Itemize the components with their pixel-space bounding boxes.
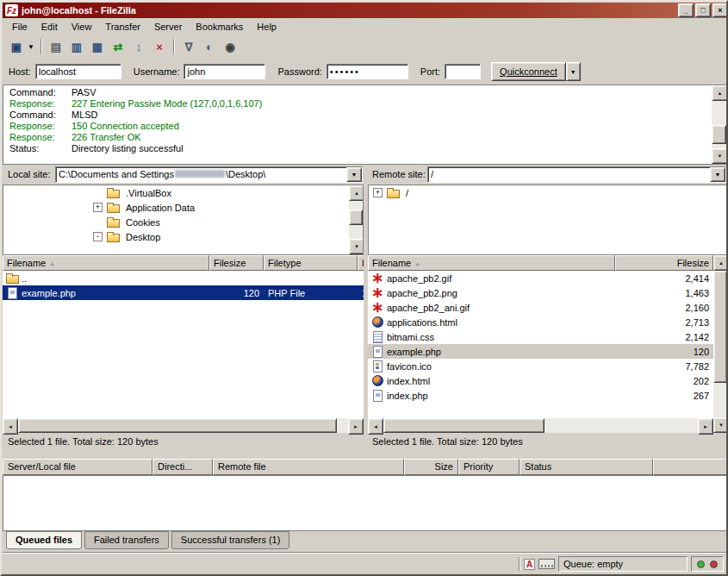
local-hscrollbar[interactable]: ◄ ► [3, 418, 364, 433]
file-row[interactable]: apache_pb2_ani.gif 2,160 [368, 300, 713, 315]
menu-item[interactable]: Bookmarks [189, 20, 250, 34]
username-input[interactable] [184, 64, 265, 79]
scroll-left-icon[interactable]: ◄ [3, 418, 18, 435]
scrollbar-track[interactable] [383, 418, 698, 433]
scrollbar-thumb[interactable] [349, 210, 363, 225]
remote-hscrollbar[interactable]: ◄ ► [368, 418, 713, 433]
dropdown-icon[interactable]: ▼ [346, 167, 362, 182]
ascii-transfer-type-icon[interactable]: A [524, 559, 535, 570]
queue-column-header[interactable]: Status [520, 459, 653, 475]
queue-tab[interactable]: Failed transfers [84, 531, 169, 549]
queue-column-header[interactable]: Remote file [213, 459, 404, 475]
file-row[interactable]: example.php 120 PHP File 1 [3, 285, 364, 300]
column-header[interactable]: L [358, 255, 364, 271]
local-site-combo[interactable]: C:\Documents and Settings\Desktop\ ▼ [55, 166, 363, 183]
scroll-down-icon[interactable]: ▼ [713, 417, 728, 433]
scroll-right-icon[interactable]: ► [698, 418, 713, 435]
find-icon[interactable]: ◉ [221, 38, 240, 55]
scrollbar-track[interactable] [713, 271, 727, 417]
tree-expander-icon[interactable]: + [93, 203, 103, 212]
column-header[interactable]: Filesize [209, 255, 264, 271]
column-header[interactable]: Filetype [264, 255, 358, 271]
dropdown-icon[interactable]: ▼ [710, 167, 725, 182]
keyboard-icon[interactable] [538, 559, 555, 569]
queue-column-header[interactable]: Server/Local file [3, 459, 152, 475]
queue-column-header[interactable]: Priority [458, 459, 520, 475]
file-row[interactable]: apache_pb2.png 1,463 [368, 285, 713, 300]
column-header[interactable]: Filename ▲ [368, 255, 615, 271]
title-bar[interactable]: Fz john@localhost - FileZilla _ □ × [3, 3, 728, 18]
queue-body[interactable] [3, 475, 727, 531]
queue-column-header[interactable]: Directi... [152, 459, 213, 475]
tree-expander-icon[interactable]: + [373, 188, 383, 197]
scroll-right-icon[interactable]: ► [348, 418, 364, 435]
tree-expander-icon[interactable]: - [93, 232, 103, 241]
menu-item[interactable]: View [65, 20, 99, 34]
tree-item[interactable]: + Application Data [3, 200, 363, 215]
file-row[interactable]: index.php 267 [368, 388, 713, 403]
quickconnect-dropdown-icon[interactable]: ▼ [566, 62, 581, 81]
menu-item[interactable]: Transfer [98, 20, 147, 34]
file-row[interactable]: apache_pb2.gif 2,414 [368, 271, 713, 285]
column-header[interactable]: Filesize [615, 255, 713, 271]
scrollbar-thumb[interactable] [712, 125, 726, 144]
host-input[interactable] [35, 64, 121, 79]
local-selection-status: Selected 1 file. Total size: 120 bytes [8, 436, 159, 447]
scroll-down-icon[interactable]: ▼ [349, 239, 364, 254]
log-scrollbar[interactable]: ▲ ▼ [712, 85, 726, 164]
password-input[interactable] [327, 64, 408, 79]
menu-item[interactable]: Help [250, 20, 283, 34]
site-manager-icon[interactable]: ▣ [7, 38, 26, 55]
tree-item[interactable]: .VirtualBox [3, 185, 363, 200]
tree-item[interactable]: Cookies [3, 215, 363, 229]
file-row[interactable]: favicon.ico 7,782 [368, 359, 713, 373]
scroll-up-icon[interactable]: ▲ [713, 255, 728, 271]
filter-icon[interactable]: ∇ [179, 38, 198, 55]
scrollbar-track[interactable] [349, 201, 363, 239]
column-header[interactable]: Filename ▲ [3, 255, 209, 271]
compare-icon[interactable]: ◐ [200, 38, 219, 55]
menu-item[interactable]: Edit [34, 20, 65, 34]
file-row[interactable]: .. [3, 271, 364, 285]
folder-icon [106, 216, 120, 228]
minimize-button[interactable]: _ [678, 3, 694, 17]
file-row[interactable]: index.html 202 [368, 373, 713, 388]
scrollbar-thumb[interactable] [18, 418, 337, 433]
toggle-remote-tree-icon[interactable]: ▦ [88, 38, 107, 55]
queue-tab[interactable]: Successful transfers (1) [171, 531, 290, 549]
scroll-up-icon[interactable]: ▲ [712, 85, 728, 101]
tree-item[interactable]: - Desktop [3, 229, 363, 244]
menu-item[interactable]: Server [147, 20, 189, 34]
quickconnect-button[interactable]: Quickconnect [491, 62, 566, 81]
scrollbar-thumb[interactable] [713, 271, 727, 383]
scroll-left-icon[interactable]: ◄ [368, 418, 383, 435]
queue-column-header[interactable]: Size [404, 459, 458, 475]
scrollbar-track[interactable] [712, 101, 726, 148]
remote-vscrollbar[interactable]: ▲ ▼ [713, 255, 727, 433]
toggle-log-icon[interactable]: ▤ [47, 38, 65, 55]
local-tree-scrollbar[interactable]: ▲ ▼ [349, 185, 363, 254]
toggle-local-tree-icon[interactable]: ▥ [67, 38, 86, 55]
file-row[interactable]: applications.html 2,713 [368, 315, 713, 329]
scroll-up-icon[interactable]: ▲ [349, 185, 364, 201]
refresh-icon[interactable]: ⇄ [109, 38, 128, 55]
queue-tab[interactable]: Queued files [6, 531, 82, 549]
cancel-icon[interactable]: × [150, 38, 169, 55]
site-manager-dropdown-icon[interactable]: ▼ [26, 38, 36, 55]
column-header-label: Filename [7, 258, 46, 268]
file-row[interactable]: example.php 120 [368, 344, 713, 359]
scroll-down-icon[interactable]: ▼ [712, 148, 728, 164]
process-queue-icon[interactable]: ↕ [129, 38, 148, 55]
column-header-label: Filesize [677, 258, 709, 268]
scrollbar-track[interactable] [18, 418, 348, 433]
maximize-button[interactable]: □ [695, 3, 711, 17]
menu-item[interactable]: File [5, 20, 34, 34]
port-input[interactable] [445, 64, 481, 79]
close-button[interactable]: × [712, 3, 728, 17]
scrollbar-thumb[interactable] [383, 418, 544, 433]
tree-item[interactable]: + / [369, 185, 726, 200]
remote-site-combo[interactable]: / ▼ [427, 166, 726, 183]
file-row[interactable]: bitnami.css 2,142 [368, 329, 713, 344]
host-label: Host: [9, 66, 31, 77]
folder-icon [106, 187, 120, 198]
